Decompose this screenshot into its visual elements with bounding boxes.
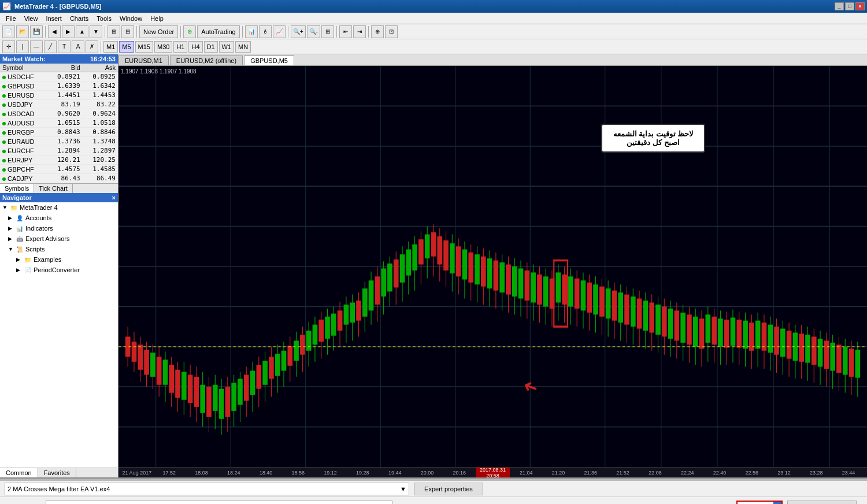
nav-tree-item-5[interactable]: ▶ 📁 Examples: [0, 254, 118, 265]
svg-rect-160: [555, 272, 561, 302]
market-watch-row[interactable]: USDCHF 0.8921 0.8925: [0, 72, 118, 81]
nav-tree-item-4[interactable]: ▼ 📜 Scripts: [0, 244, 118, 254]
svg-rect-110: [400, 254, 405, 283]
nav-tab-favorites[interactable]: Favorites: [38, 468, 76, 477]
market-watch-header: Market Watch: 16:24:53: [0, 54, 118, 64]
market-watch-row[interactable]: EURCHF 1.2894 1.2897: [0, 146, 118, 155]
period-d1-btn[interactable]: D1: [204, 41, 218, 53]
svg-rect-112: [406, 250, 411, 276]
market-watch-row[interactable]: EURGBP 0.8843 0.8846: [0, 128, 118, 137]
eraser-btn[interactable]: ✗: [86, 40, 98, 53]
menu-charts[interactable]: Charts: [66, 14, 92, 23]
move-fwd-btn[interactable]: ⇥: [353, 25, 366, 38]
menu-view[interactable]: View: [21, 14, 42, 23]
nav-tree-item-3[interactable]: ▶ 🤖 Expert Advisors: [0, 234, 118, 244]
market-watch-row[interactable]: GBPUSD 1.6339 1.6342: [0, 81, 118, 91]
period-m5-btn[interactable]: M5: [119, 41, 134, 53]
symbol-properties-btn[interactable]: Symbol properties: [787, 501, 857, 504]
market-watch-row[interactable]: GBPCHF 1.4575 1.4585: [0, 165, 118, 174]
chart-tab-eurusd-m2[interactable]: EURUSD,M2 (offline): [170, 55, 243, 65]
market-watch-row[interactable]: EURAUD 1.3736 1.3748: [0, 137, 118, 146]
nav-tree-item-1[interactable]: ▶ 👤 Accounts: [0, 213, 118, 223]
period-w1-btn[interactable]: W1: [219, 41, 235, 53]
expert-advisor-dropdown[interactable]: 2 MA Crosses Mega filter EA V1.ex4 ▼: [5, 483, 409, 495]
period-h4-btn[interactable]: H4: [188, 41, 202, 53]
svg-rect-184: [631, 297, 636, 327]
navigator-tree: ▼ 📁 MetaTrader 4 ▶ 👤 Accounts ▶ 📊 Indica…: [0, 202, 118, 468]
nav-tree-item-0[interactable]: ▼ 📁 MetaTrader 4: [0, 202, 118, 213]
symbol-cell: USDJPY: [0, 100, 47, 109]
new-order-btn[interactable]: New Order: [139, 25, 178, 38]
menu-insert[interactable]: Insert: [42, 14, 65, 23]
market-watch-row[interactable]: USDCAD 0.9620 0.9624: [0, 109, 118, 118]
chart-tab-eurusd-m1[interactable]: EURUSD,M1: [118, 55, 169, 65]
market-watch-row[interactable]: CADJPY 86.43 86.49: [0, 174, 118, 183]
nav-tree-item-6[interactable]: ▶ 📄 PeriodConverter: [0, 265, 118, 275]
left-panel: Market Watch: 16:24:53 Symbol Bid Ask US…: [0, 54, 118, 477]
trendline-btn[interactable]: ╱: [44, 40, 57, 53]
sep7: [336, 26, 337, 38]
menu-help[interactable]: Help: [147, 14, 167, 23]
vline-btn[interactable]: |: [16, 40, 29, 53]
move-back-btn[interactable]: ⇤: [339, 25, 352, 38]
menu-file[interactable]: File: [2, 14, 20, 23]
tree-label-4: Scripts: [25, 246, 45, 253]
expert-properties-btn[interactable]: Expert properties: [414, 483, 483, 495]
line-btn[interactable]: 📊: [245, 25, 258, 38]
maximize-button[interactable]: □: [845, 2, 854, 10]
autotrading-btn[interactable]: AutoTrading: [197, 25, 240, 38]
nav-close-icon[interactable]: ×: [112, 194, 116, 201]
svg-rect-202: [687, 314, 692, 344]
period-mn-btn[interactable]: MN: [235, 41, 251, 53]
chart-canvas[interactable]: 1.1907 1.1908 1.1907 1.1908: [118, 66, 867, 467]
template-btn[interactable]: ⊞: [108, 25, 120, 38]
chart-tab-gbpusd-m5[interactable]: GBPUSD,M5: [244, 55, 294, 65]
market-watch-row[interactable]: EURJPY 120.21 120.25: [0, 155, 118, 165]
zoom-out-btn[interactable]: 🔍-: [307, 25, 320, 38]
back-btn[interactable]: ◀: [48, 25, 61, 38]
minimize-button[interactable]: _: [835, 2, 844, 10]
period-m1-btn[interactable]: M1: [103, 41, 118, 53]
up-btn[interactable]: ▲: [76, 25, 88, 38]
close-button[interactable]: ×: [855, 2, 865, 10]
market-watch-row[interactable]: EURUSD 1.4451 1.4453: [0, 91, 118, 100]
indicator-btn[interactable]: ⊕: [371, 25, 384, 38]
market-watch-row[interactable]: USDJPY 83.19 83.22: [0, 100, 118, 109]
candle-btn[interactable]: 🕯: [259, 25, 272, 38]
zoom-in-btn[interactable]: 🔍+: [291, 25, 306, 38]
terminal-btn[interactable]: ⊡: [385, 25, 398, 38]
hline-btn[interactable]: —: [30, 40, 43, 53]
period-dropdown-arrow[interactable]: ▼: [773, 502, 781, 504]
svg-rect-96: [356, 301, 361, 321]
svg-rect-44: [194, 377, 199, 407]
symbol-cell: EURUSD: [0, 91, 47, 100]
nav-tree-item-2[interactable]: ▶ 📊 Indicators: [0, 223, 118, 234]
tab-tick-chart[interactable]: Tick Chart: [34, 184, 73, 193]
nav-tab-common[interactable]: Common: [0, 468, 38, 477]
crosshair-btn[interactable]: ✛: [2, 40, 15, 53]
svg-rect-130: [462, 250, 468, 280]
text-btn[interactable]: T: [58, 40, 71, 53]
tree-icon-1: 👤: [16, 214, 24, 222]
symbol-dropdown[interactable]: GBPUSD, Great Britain Pound vs US Dollar…: [46, 501, 392, 504]
menu-tools[interactable]: Tools: [93, 14, 115, 23]
open-btn[interactable]: 📂: [16, 25, 29, 38]
period-h1-btn[interactable]: H1: [173, 41, 187, 53]
grid-btn[interactable]: ⊞: [321, 25, 334, 38]
menu-window[interactable]: Window: [116, 14, 146, 23]
down-btn[interactable]: ▼: [90, 25, 102, 38]
tab-symbols[interactable]: Symbols: [0, 184, 34, 193]
title-bar-controls[interactable]: _ □ ×: [835, 2, 865, 10]
period-m15-btn[interactable]: M15: [135, 41, 153, 53]
period-input[interactable]: M5 ▼: [736, 501, 783, 504]
market-watch-row[interactable]: AUDUSD 1.0515 1.0518: [0, 118, 118, 128]
period-m30-btn[interactable]: M30: [154, 41, 172, 53]
profile-btn[interactable]: ⊟: [121, 25, 134, 38]
fwd-btn[interactable]: ▶: [62, 25, 75, 38]
title-bar: 📈 MetaTrader 4 - [GBPUSD,M5] _ □ ×: [0, 0, 867, 13]
new-chart-btn[interactable]: 📄: [2, 25, 15, 38]
label-btn[interactable]: A: [72, 40, 84, 53]
svg-rect-178: [612, 291, 617, 321]
save-btn[interactable]: 💾: [30, 25, 43, 38]
bar-btn[interactable]: 📈: [273, 25, 286, 38]
